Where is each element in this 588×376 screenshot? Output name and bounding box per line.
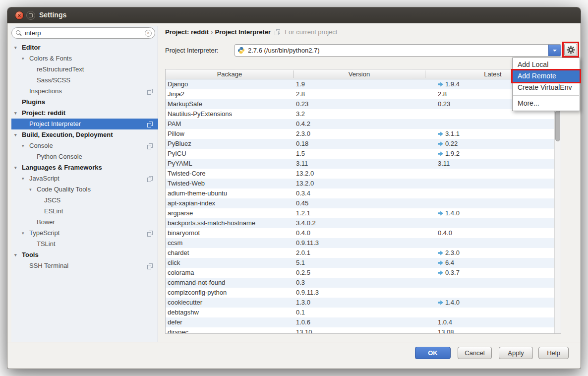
- package-row-jinja2[interactable]: Jinja22.82.8: [166, 89, 561, 99]
- sidebar-item-label: Python Console: [37, 153, 82, 160]
- sidebar-item-inspections[interactable]: Inspections: [11, 86, 158, 97]
- package-latest-cell: [425, 119, 561, 129]
- package-row-argparse[interactable]: argparse1.2.11.4.0: [166, 208, 561, 218]
- table-vertical-scrollbar[interactable]: [554, 79, 561, 333]
- package-row-debtagshw[interactable]: debtagshw0.1: [166, 308, 561, 317]
- sidebar-item-javascript[interactable]: ▾JavaScript: [11, 173, 158, 184]
- interpreter-combobox[interactable]: 2.7.6 (/usr/bin/python2.7): [235, 44, 561, 57]
- package-latest-cell: 1.9.2: [425, 149, 561, 159]
- latest-version-text: 0.3.7: [445, 268, 460, 278]
- package-row-nautilus-pyextensions[interactable]: Nautilus-PyExtensions3.2: [166, 109, 561, 119]
- package-row-cookiecutter[interactable]: cookiecutter1.3.01.4.0: [166, 298, 561, 308]
- package-latest-cell: [425, 169, 561, 179]
- package-name-cell: Django: [166, 79, 294, 89]
- package-latest-cell: [425, 198, 561, 208]
- package-row-click[interactable]: click5.16.4: [166, 258, 561, 268]
- expand-arrow-icon[interactable]: ▾: [14, 250, 22, 260]
- sidebar-item-sass-scss[interactable]: Sass/SCSS: [11, 75, 158, 86]
- package-row-apt-xapian-index[interactable]: apt-xapian-index0.45: [166, 198, 561, 208]
- title-bar: × Settings: [7, 7, 581, 23]
- latest-version-text: 1.4.0: [445, 298, 460, 308]
- package-row-twisted-web[interactable]: Twisted-Web13.2.0: [166, 179, 561, 188]
- sidebar-item-typescript[interactable]: ▾TypeScript: [11, 228, 158, 239]
- breadcrumb: Project: reddit›Project InterpreterFor c…: [165, 28, 337, 36]
- package-latest-cell: 1.0.4: [425, 317, 561, 327]
- expand-arrow-icon[interactable]: ▾: [14, 129, 22, 140]
- package-version-cell: 0.4.0: [294, 228, 425, 238]
- expand-arrow-icon[interactable]: ▾: [22, 53, 29, 64]
- sidebar-item-restructuredtext[interactable]: reStructuredText: [11, 64, 158, 75]
- combobox-dropdown-button[interactable]: [548, 45, 561, 56]
- package-row-command-not-found[interactable]: command-not-found0.3: [166, 278, 561, 288]
- package-row-pyyaml[interactable]: PyYAML3.113.11: [166, 159, 561, 169]
- sidebar-item-ssh-terminal[interactable]: SSH Terminal: [11, 260, 158, 271]
- menu-item-add-remote[interactable]: Add Remote: [513, 70, 580, 82]
- package-row-ccsm[interactable]: ccsm0.9.11.3: [166, 238, 561, 248]
- apply-button[interactable]: Apply: [499, 347, 533, 359]
- sidebar-item-colors-fonts[interactable]: ▾Colors & Fonts: [11, 53, 158, 64]
- menu-item-more[interactable]: More...: [513, 98, 580, 109]
- sidebar-item-label: Console: [29, 142, 53, 149]
- sidebar-item-jscs[interactable]: JSCS: [11, 195, 158, 206]
- expand-arrow-icon[interactable]: ▾: [22, 173, 29, 184]
- sidebar-item-project-reddit[interactable]: ▾Project: reddit: [11, 108, 158, 119]
- package-row-defer[interactable]: defer1.0.61.0.4: [166, 317, 561, 327]
- interpreter-value: 2.7.6 (/usr/bin/python2.7): [248, 45, 320, 56]
- scrollbar-thumb[interactable]: [555, 110, 560, 141]
- sidebar-item-plugins[interactable]: Plugins: [11, 97, 158, 108]
- sidebar-item-bower[interactable]: Bower: [11, 217, 158, 228]
- breadcrumb-project[interactable]: Project: reddit: [165, 28, 209, 36]
- menu-separator: [513, 95, 579, 96]
- expand-arrow-icon[interactable]: ▾: [22, 228, 29, 239]
- sidebar-item-tslint[interactable]: TSLint: [11, 239, 158, 250]
- python-icon: [237, 47, 245, 56]
- expand-arrow-icon[interactable]: ▾: [14, 162, 22, 173]
- package-row-chardet[interactable]: chardet2.0.12.3.0: [166, 248, 561, 258]
- sidebar-item-eslint[interactable]: ESLint: [11, 206, 158, 217]
- package-row-adium-theme-ubuntu[interactable]: adium-theme-ubuntu0.3.4: [166, 188, 561, 198]
- sidebar-item-languages-frameworks[interactable]: ▾Languages & Frameworks: [11, 162, 158, 173]
- sidebar-item-code-quality-tools[interactable]: ▾Code Quality Tools: [11, 184, 158, 195]
- sidebar-item-console[interactable]: ▾Console: [11, 140, 158, 151]
- package-row-compizconfig-python[interactable]: compizconfig-python0.9.11.3: [166, 288, 561, 298]
- package-row-pillow[interactable]: Pillow2.3.03.1.1: [166, 129, 561, 139]
- clear-search-icon[interactable]: ×: [145, 30, 152, 37]
- maximize-button[interactable]: [26, 11, 35, 20]
- help-button[interactable]: Help: [538, 347, 569, 359]
- ok-button[interactable]: OK: [415, 347, 451, 359]
- sidebar-item-editor[interactable]: ▾Editor: [11, 42, 158, 53]
- package-row-dirspec[interactable]: dirspec13.1013.08: [166, 327, 561, 334]
- package-row-pam[interactable]: PAM0.4.2: [166, 119, 561, 129]
- cancel-button[interactable]: Cancel: [458, 347, 492, 359]
- expand-arrow-icon[interactable]: ▾: [22, 140, 29, 151]
- expand-arrow-icon[interactable]: ▾: [14, 108, 22, 119]
- package-row-pyicu[interactable]: PyICU1.51.9.2: [166, 149, 561, 159]
- package-version-cell: 0.9.11.3: [294, 238, 425, 248]
- settings-dialog: × Settings × ▾Editor▾Colors & FontsreStr…: [7, 7, 581, 369]
- package-row-binaryornot[interactable]: binaryornot0.4.00.4.0: [166, 228, 561, 238]
- expand-arrow-icon[interactable]: ▾: [29, 184, 37, 195]
- column-header-version[interactable]: Version: [294, 69, 425, 79]
- package-version-cell: 3.11: [294, 159, 425, 169]
- sidebar-item-python-console[interactable]: Python Console: [11, 151, 158, 162]
- interpreter-settings-button[interactable]: [564, 44, 577, 56]
- package-version-cell: 2.8: [294, 89, 425, 99]
- menu-item-add-local[interactable]: Add Local: [513, 59, 580, 70]
- latest-version-text: 3.11: [438, 159, 450, 169]
- package-row-django[interactable]: Django1.91.9.4: [166, 79, 561, 89]
- expand-arrow-icon[interactable]: ▾: [14, 42, 22, 53]
- package-row-pybluez[interactable]: PyBluez0.180.22: [166, 139, 561, 149]
- package-row-backports-ssl-match-hostname[interactable]: backports.ssl-match-hostname3.4.0.2: [166, 218, 561, 228]
- column-header-package[interactable]: Package: [166, 69, 294, 79]
- package-latest-cell: 0.3.7: [425, 268, 561, 278]
- package-row-twisted-core[interactable]: Twisted-Core13.2.0: [166, 169, 561, 179]
- search-input[interactable]: [24, 28, 140, 38]
- close-button[interactable]: ×: [15, 11, 24, 20]
- package-name-cell: ccsm: [166, 238, 294, 248]
- menu-item-create-virtualenv[interactable]: Create VirtualEnv: [513, 82, 580, 93]
- package-row-colorama[interactable]: colorama0.2.50.3.7: [166, 268, 561, 278]
- package-row-markupsafe[interactable]: MarkupSafe0.230.23: [166, 99, 561, 109]
- sidebar-item-build-execution-deployment[interactable]: ▾Build, Execution, Deployment: [11, 129, 158, 140]
- sidebar-item-tools[interactable]: ▾Tools: [11, 250, 158, 260]
- sidebar-item-project-interpreter[interactable]: Project Interpreter: [11, 119, 158, 129]
